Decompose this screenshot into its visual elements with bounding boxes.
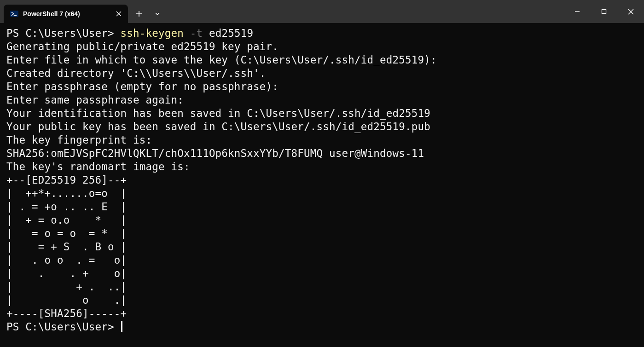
output-line: The key fingerprint is: <box>6 134 152 146</box>
output-line: Enter passphrase (empty for no passphras… <box>6 81 278 93</box>
output-line: Created directory 'C:\\Users\\User/.ssh'… <box>6 67 266 79</box>
output-line: The key's randomart image is: <box>6 161 190 173</box>
randomart-line: | ++*+......o=o | <box>6 187 127 199</box>
randomart-line: +--[ED25519 256]--+ <box>6 174 127 186</box>
svg-rect-3 <box>602 10 606 14</box>
terminal-output[interactable]: PS C:\Users\User> ssh-keygen -t ed25519 … <box>0 23 644 337</box>
prompt-ps: PS <box>6 27 25 39</box>
powershell-icon <box>10 10 18 18</box>
close-window-button[interactable] <box>617 0 644 23</box>
randomart-line: | . . + o| <box>6 267 127 279</box>
prompt-path: C:\Users\User> <box>25 27 120 39</box>
new-tab-button[interactable] <box>130 5 148 23</box>
prompt-path: C:\Users\User> <box>25 321 120 333</box>
tab-strip: PowerShell 7 (x64) <box>0 0 167 23</box>
cursor <box>121 321 122 332</box>
maximize-button[interactable] <box>591 0 617 23</box>
tab-powershell[interactable]: PowerShell 7 (x64) <box>4 5 128 23</box>
tab-title: PowerShell 7 (x64) <box>23 10 112 17</box>
randomart-line: | = + S . B o | <box>6 241 127 253</box>
randomart-line: +----[SHA256]-----+ <box>6 307 127 319</box>
titlebar: PowerShell 7 (x64) <box>0 0 644 23</box>
randomart-line: | + = o.o * | <box>6 214 127 226</box>
output-line: Your identification has been saved in C:… <box>6 107 430 119</box>
command-arg: ed25519 <box>203 27 253 39</box>
svg-rect-0 <box>10 11 18 17</box>
randomart-line: | . o o . = o| <box>6 254 127 266</box>
output-line: Generating public/private ed25519 key pa… <box>6 40 278 52</box>
output-line: Your public key has been saved in C:\Use… <box>6 121 430 133</box>
close-tab-button[interactable] <box>112 7 125 20</box>
command-name: ssh-keygen <box>120 27 183 39</box>
prompt-ps: PS <box>6 321 25 333</box>
randomart-line: | o .| <box>6 294 127 306</box>
window-controls <box>564 0 644 23</box>
output-line: Enter same passphrase again: <box>6 94 184 106</box>
command-flag: -t <box>184 27 203 39</box>
output-line: SHA256:omEJVSpFC2HVlQKLT/chOx111Op6knSxx… <box>6 147 424 159</box>
minimize-button[interactable] <box>564 0 591 23</box>
randomart-line: | . = +o .. .. E | <box>6 201 127 213</box>
randomart-line: | = o = o = * | <box>6 227 127 239</box>
output-line: Enter file in which to save the key (C:\… <box>6 54 437 66</box>
randomart-line: | + . ..| <box>6 281 127 293</box>
tab-dropdown-button[interactable] <box>148 5 167 23</box>
